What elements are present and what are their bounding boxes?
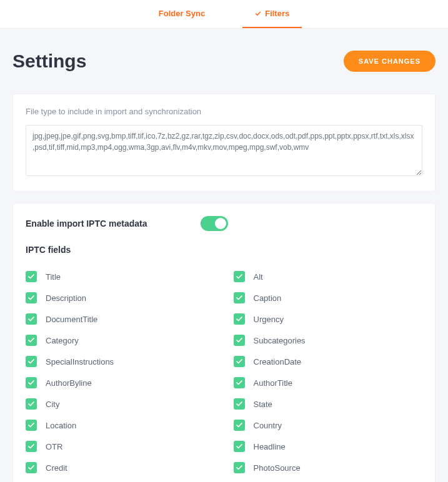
iptc-field-checkbox[interactable] — [26, 398, 37, 410]
iptc-field-checkbox[interactable] — [26, 335, 37, 346]
iptc-field-checkbox[interactable] — [26, 441, 37, 452]
iptc-field-item: OTR — [26, 436, 215, 457]
iptc-toggle[interactable] — [201, 216, 228, 231]
iptc-field-item: CreationDate — [234, 351, 423, 372]
iptc-field-label: Title — [46, 272, 61, 282]
iptc-field-label: Urgency — [254, 315, 284, 324]
iptc-field-item: DocumentTitle — [26, 308, 215, 330]
iptc-field-item: Credit — [26, 457, 215, 478]
iptc-field-checkbox[interactable] — [26, 271, 37, 282]
iptc-field-item: Urgency — [234, 308, 423, 330]
iptc-fields-left-col: TitleDescriptionDocumentTitleCategorySpe… — [26, 266, 215, 482]
iptc-field-item: Country — [234, 415, 423, 436]
iptc-card: Enable import IPTC metadata IPTC fields … — [12, 203, 436, 482]
iptc-field-item: Copyright — [26, 478, 215, 482]
iptc-field-checkbox[interactable] — [234, 271, 245, 282]
iptc-field-label: AuthorByline — [46, 378, 92, 388]
iptc-field-item: Category — [26, 330, 215, 351]
save-button[interactable]: SAVE CHANGES — [344, 51, 436, 72]
iptc-field-checkbox[interactable] — [234, 420, 245, 431]
iptc-field-label: Description — [46, 293, 86, 303]
iptc-field-item: AuthorByline — [26, 372, 215, 393]
filetype-textarea[interactable] — [26, 125, 422, 176]
header-row: Settings SAVE CHANGES — [12, 51, 436, 72]
iptc-field-label: CreationDate — [254, 357, 302, 366]
filetype-label: File type to include in import and synch… — [26, 107, 422, 116]
iptc-field-item: Subcategories — [234, 330, 423, 351]
iptc-field-checkbox[interactable] — [26, 356, 37, 367]
iptc-field-label: Subcategories — [254, 336, 306, 345]
iptc-field-checkbox[interactable] — [26, 292, 37, 303]
iptc-field-item: PhotoSource — [234, 457, 423, 478]
iptc-field-item: SpecialInstructions — [26, 351, 215, 372]
filetype-card: File type to include in import and synch… — [12, 94, 436, 192]
toggle-knob — [215, 218, 226, 229]
tab-filters-label: Filters — [265, 9, 289, 18]
iptc-field-checkbox[interactable] — [234, 356, 245, 367]
iptc-field-label: Country — [254, 421, 282, 430]
iptc-field-label: State — [254, 400, 272, 409]
page-title: Settings — [12, 51, 86, 72]
iptc-field-label: DocumentTitle — [46, 315, 97, 324]
iptc-field-label: PhotoSource — [254, 463, 301, 473]
iptc-toggle-row: Enable import IPTC metadata — [26, 216, 422, 231]
iptc-field-checkbox[interactable] — [234, 335, 245, 346]
iptc-field-label: SpecialInstructions — [46, 357, 114, 366]
iptc-field-label: Credit — [46, 463, 67, 473]
iptc-field-checkbox[interactable] — [234, 292, 245, 303]
iptc-field-item: Caption — [234, 287, 423, 308]
iptc-field-checkbox[interactable] — [234, 462, 245, 473]
iptc-field-checkbox[interactable] — [234, 398, 245, 410]
iptc-fields-heading: IPTC fields — [26, 245, 422, 255]
iptc-field-label: Category — [46, 336, 79, 345]
iptc-fields-right-col: AltCaptionUrgencySubcategoriesCreationDa… — [234, 266, 423, 482]
iptc-field-item: Title — [26, 266, 215, 287]
iptc-field-label: OTR — [46, 442, 62, 451]
iptc-field-label: City — [46, 400, 59, 409]
iptc-field-checkbox[interactable] — [234, 313, 245, 325]
iptc-field-checkbox[interactable] — [234, 377, 245, 388]
iptc-field-item: Description — [26, 287, 215, 308]
iptc-field-item: State — [234, 393, 423, 415]
iptc-toggle-label: Enable import IPTC metadata — [26, 219, 201, 229]
content-area: Settings SAVE CHANGES File type to inclu… — [0, 29, 448, 482]
iptc-field-label: Caption — [254, 293, 282, 303]
check-icon — [255, 11, 261, 17]
iptc-field-item: AuthorTitle — [234, 372, 423, 393]
tabs-bar: Folder Sync Filters — [0, 0, 448, 29]
iptc-field-checkbox[interactable] — [26, 377, 37, 388]
iptc-field-checkbox[interactable] — [234, 441, 245, 452]
iptc-fields-grid: TitleDescriptionDocumentTitleCategorySpe… — [26, 266, 422, 482]
iptc-field-checkbox[interactable] — [26, 420, 37, 431]
iptc-field-label: Headline — [254, 442, 286, 451]
iptc-field-checkbox[interactable] — [26, 462, 37, 473]
iptc-field-item: Headline — [234, 436, 423, 457]
tab-folder-sync-label: Folder Sync — [159, 9, 205, 18]
iptc-field-checkbox[interactable] — [26, 313, 37, 325]
iptc-field-item: City — [26, 393, 215, 415]
iptc-field-label: Location — [46, 421, 76, 430]
iptc-field-label: Alt — [254, 272, 263, 282]
iptc-field-item: Location — [26, 415, 215, 436]
iptc-field-item: Alt — [234, 266, 423, 287]
tab-folder-sync[interactable]: Folder Sync — [146, 0, 217, 28]
iptc-field-label: AuthorTitle — [254, 378, 292, 388]
tab-filters[interactable]: Filters — [242, 0, 302, 28]
